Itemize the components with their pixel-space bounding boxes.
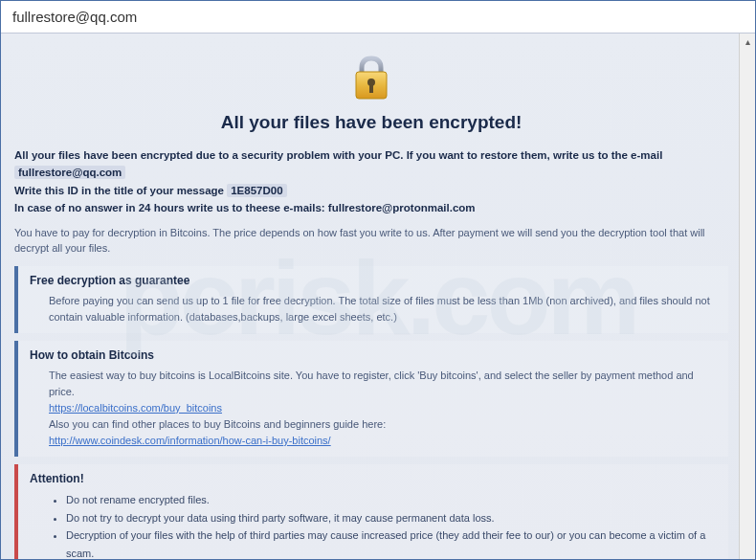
scroll-up-icon[interactable]: ▴	[740, 34, 755, 50]
attention-list: Do not rename encrypted files. Do not tr…	[30, 491, 717, 559]
message-id: 1E857D00	[227, 184, 286, 197]
svg-rect-2	[369, 84, 373, 93]
attention-item: Do not rename encrypted files.	[66, 491, 717, 509]
content: All your files have been encrypted! All …	[1, 34, 755, 559]
window-titlebar: fullrestore@qq.com	[1, 1, 755, 34]
bitcoins-title: How to obtain Bitcoins	[30, 348, 717, 362]
attention-item: Do not try to decrypt your data using th…	[66, 509, 717, 527]
lock-container	[14, 51, 728, 106]
attention-section: Attention! Do not rename encrypted files…	[14, 464, 728, 559]
bitcoins-link2[interactable]: http://www.coindesk.com/information/how-…	[49, 435, 331, 446]
content-area: pcrisk.com	[1, 34, 755, 559]
attention-title: Attention!	[30, 472, 717, 485]
lock-icon	[345, 51, 398, 104]
ransom-window: fullrestore@qq.com pcrisk.com	[0, 0, 756, 560]
intro-line1: All your files have been encrypted due t…	[14, 149, 662, 161]
bitcoins-link1[interactable]: https://localbitcoins.com/buy_bitcoins	[49, 402, 222, 414]
free-decryption-title: Free decryption as guarantee	[30, 274, 717, 287]
email-2: fullrestore@protonmail.com	[328, 202, 476, 213]
attention-item: Decryption of your files with the help o…	[66, 526, 717, 559]
free-decryption-section: Free decryption as guarantee Before payi…	[14, 266, 728, 333]
main-heading: All your files have been encrypted!	[14, 112, 728, 133]
bitcoins-line2: Also you can find other places to buy Bi…	[49, 416, 717, 433]
email-1: fullrestore@qq.com	[14, 166, 125, 179]
bitcoins-line1: The easiest way to buy bitcoins is Local…	[49, 368, 717, 400]
intro-line2: Write this ID in the title of your messa…	[14, 185, 227, 196]
intro-block: All your files have been encrypted due t…	[14, 146, 728, 217]
scrollbar[interactable]: ▴	[739, 34, 755, 559]
free-decryption-body: Before paying you can send us up to 1 fi…	[30, 293, 717, 325]
window-title: fullrestore@qq.com	[12, 9, 137, 25]
intro-line3: In case of no answer in 24 hours write u…	[14, 202, 328, 213]
bitcoins-body: The easiest way to buy bitcoins is Local…	[30, 368, 717, 449]
bitcoins-section: How to obtain Bitcoins The easiest way t…	[14, 341, 728, 457]
payment-note: You have to pay for decryption in Bitcoi…	[14, 225, 728, 257]
